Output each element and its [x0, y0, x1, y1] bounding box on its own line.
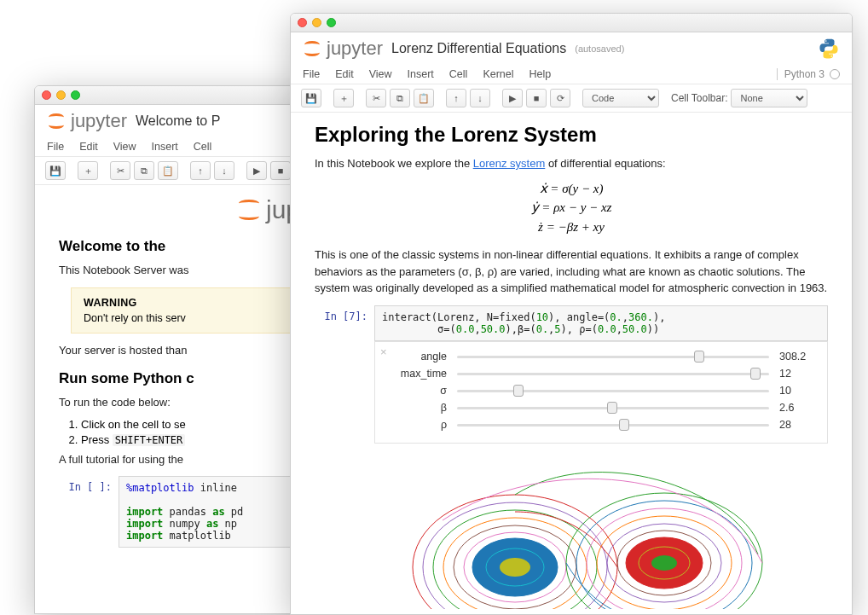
slider-row: σ10	[387, 385, 815, 397]
close-icon[interactable]	[42, 90, 51, 100]
maximize-icon[interactable]	[71, 90, 80, 100]
menu-cell[interactable]: Cell	[449, 68, 468, 80]
menu-help[interactable]: Help	[529, 68, 552, 80]
slider-row: max_time12	[387, 368, 815, 380]
kernel-name: Python 3	[777, 68, 825, 80]
menu-edit[interactable]: Edit	[335, 68, 354, 80]
cut-button[interactable]: ✂	[366, 89, 386, 107]
kernel-status-icon	[830, 69, 840, 79]
stop-button[interactable]: ■	[270, 161, 291, 180]
stop-button[interactable]: ■	[526, 89, 547, 107]
menu-insert[interactable]: Insert	[408, 68, 434, 80]
menu-edit[interactable]: Edit	[79, 141, 98, 153]
slider-β[interactable]	[457, 402, 769, 414]
minimize-icon[interactable]	[56, 90, 66, 100]
notebook-title[interactable]: Welcome to P	[136, 113, 220, 129]
titlebar[interactable]	[291, 14, 852, 32]
slider-ρ[interactable]	[457, 419, 769, 431]
slider-max_time[interactable]	[457, 368, 769, 380]
slider-label: ρ	[387, 419, 447, 431]
maximize-icon[interactable]	[327, 18, 336, 27]
menubar: File Edit View Insert Cell Kernel Help P…	[291, 65, 852, 84]
copy-button[interactable]: ⧉	[390, 89, 410, 107]
intro-text: In this Notebook we explore the Lorenz s…	[315, 155, 828, 172]
cell-prompt: In [7]:	[315, 305, 374, 341]
menu-view[interactable]: View	[369, 68, 392, 80]
fg-window: jupyter Lorenz Differential Equations (a…	[290, 13, 853, 615]
notebook-content[interactable]: Exploring the Lorenz System In this Note…	[291, 113, 852, 609]
move-up-button[interactable]: ↑	[446, 89, 466, 107]
slider-value: 2.6	[779, 402, 815, 414]
code-cell[interactable]: In [7]: interact(Lorenz, N=fixed(10), an…	[315, 305, 828, 341]
move-up-button[interactable]: ↑	[190, 161, 211, 180]
autosaved-label: (autosaved)	[575, 44, 624, 54]
run-button[interactable]: ▶	[246, 161, 267, 180]
jupyter-icon	[237, 198, 261, 222]
lorenz-plot	[374, 452, 828, 610]
python-icon	[818, 38, 840, 60]
menu-cell[interactable]: Cell	[194, 141, 212, 153]
slider-label: β	[387, 402, 447, 414]
eq-line: ẏ = ρx − y − xz	[315, 198, 828, 218]
close-icon[interactable]	[298, 18, 307, 27]
menu-view[interactable]: View	[113, 141, 136, 153]
notebook-title[interactable]: Lorenz Differential Equations	[391, 41, 566, 56]
slider-row: ρ28	[387, 419, 815, 431]
shortcut-code: SHIFT+ENTER	[113, 434, 185, 446]
jupyter-icon	[47, 112, 66, 131]
copy-button[interactable]: ⧉	[134, 161, 154, 180]
menu-file[interactable]: File	[47, 141, 64, 153]
kernel-indicator[interactable]: Python 3	[777, 68, 840, 80]
logo-text: jupyter	[71, 110, 127, 132]
cell-code[interactable]: interact(Lorenz, N=fixed(10), angle=(0.,…	[374, 305, 828, 341]
slider-label: angle	[387, 351, 447, 363]
equations: ẋ = σ(y − x) ẏ = ρx − y − xz ż = −βz + x…	[315, 179, 828, 237]
svg-point-8	[500, 558, 530, 577]
logo-text: jupyter	[327, 38, 383, 60]
cut-button[interactable]: ✂	[110, 161, 130, 180]
slider-angle[interactable]	[457, 351, 769, 363]
widget-output: × angle308.2max_time12σ10β2.6ρ28	[374, 341, 828, 444]
slider-value: 12	[779, 368, 815, 380]
save-button[interactable]: 💾	[301, 89, 321, 107]
notebook-header: jupyter Lorenz Differential Equations (a…	[291, 32, 852, 65]
minimize-icon[interactable]	[312, 18, 321, 27]
page-title: Exploring the Lorenz System	[315, 123, 828, 147]
slider-row: β2.6	[387, 402, 815, 414]
description-text: This is one of the classic systems in no…	[315, 247, 828, 297]
save-button[interactable]: 💾	[45, 161, 66, 180]
toolbar: 💾 ＋ ✂ ⧉ 📋 ↑ ↓ ▶ ■ ⟳ Code Cell Toolbar: N…	[291, 84, 852, 113]
slider-label: σ	[387, 385, 447, 397]
slider-row: angle308.2	[387, 351, 815, 363]
cell-prompt: In [ ]:	[59, 476, 119, 548]
menu-insert[interactable]: Insert	[152, 141, 178, 153]
restart-button[interactable]: ⟳	[550, 89, 570, 107]
slider-value: 308.2	[779, 351, 815, 363]
menu-kernel[interactable]: Kernel	[483, 68, 513, 80]
add-cell-button[interactable]: ＋	[333, 89, 354, 107]
menu-file[interactable]: File	[303, 68, 320, 80]
slider-σ[interactable]	[457, 385, 769, 397]
eq-line: ż = −βz + xy	[315, 218, 828, 237]
slider-label: max_time	[387, 368, 447, 380]
add-cell-button[interactable]: ＋	[78, 161, 98, 180]
svg-point-17	[651, 555, 677, 571]
paste-button[interactable]: 📋	[158, 161, 178, 180]
slider-value: 28	[779, 419, 815, 431]
jupyter-logo[interactable]: jupyter	[303, 38, 383, 60]
jupyter-logo[interactable]: jupyter	[47, 110, 127, 132]
slider-value: 10	[779, 385, 815, 397]
run-button[interactable]: ▶	[502, 89, 523, 107]
cell-toolbar-label: Cell Toolbar:	[671, 92, 727, 104]
paste-button[interactable]: 📋	[414, 89, 434, 107]
cell-type-select[interactable]: Code	[582, 89, 659, 107]
move-down-button[interactable]: ↓	[214, 161, 234, 180]
eq-line: ẋ = σ(y − x)	[315, 179, 828, 199]
move-down-button[interactable]: ↓	[470, 89, 490, 107]
widget-close-icon[interactable]: ×	[380, 345, 387, 358]
jupyter-icon	[303, 39, 321, 58]
lorenz-link[interactable]: Lorenz system	[473, 157, 546, 170]
cell-toolbar-select[interactable]: None	[731, 89, 807, 107]
